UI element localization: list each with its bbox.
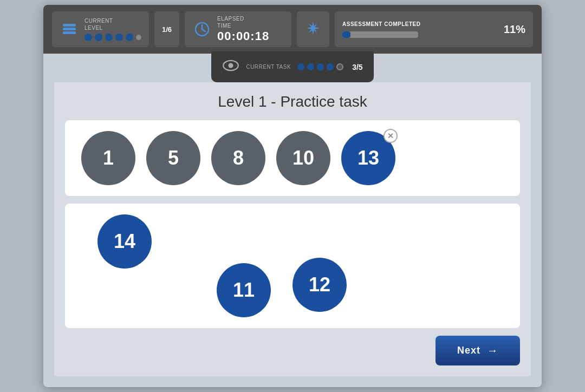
clock-icon — [192, 19, 212, 39]
assessment-progress-bar — [342, 31, 418, 38]
ans-circle-14[interactable]: 14 — [98, 214, 152, 269]
task-dot-5 — [336, 63, 343, 70]
current-level-section: CURRENT LEVEL — [52, 11, 149, 47]
next-button-label: Next — [457, 345, 480, 356]
app-container: CURRENT LEVEL 1/6 — [43, 5, 542, 387]
level-dot-3 — [105, 34, 113, 41]
task-count: 3/5 — [352, 63, 362, 71]
seq-circle-1[interactable]: 1 — [81, 131, 135, 185]
ans-circle-11[interactable]: 11 — [217, 263, 271, 317]
page-title: Level 1 - Practice task — [65, 93, 520, 110]
layers-icon — [60, 19, 79, 39]
seq-num-1: 1 — [103, 147, 114, 169]
ans-num-14: 14 — [114, 230, 135, 253]
seq-circle-2[interactable]: 5 — [146, 131, 200, 185]
seq-num-2: 5 — [168, 147, 179, 169]
ans-num-11: 11 — [233, 279, 255, 302]
ans-circle-12[interactable]: 12 — [292, 258, 347, 312]
seq-circle-4[interactable]: 10 — [276, 131, 330, 185]
current-level-label: CURRENT LEVEL — [84, 17, 141, 31]
assessment-progress-fill — [342, 31, 350, 38]
task-bar-inner: CURRENT TASK 3/5 — [211, 51, 373, 82]
task-dot-1 — [297, 63, 304, 70]
task-count-value: 1/6 — [162, 25, 172, 34]
level-dot-6 — [136, 35, 141, 40]
next-button-row: Next → — [65, 336, 520, 365]
level-dot-5 — [126, 34, 133, 41]
task-dot-4 — [327, 63, 334, 70]
sequence-box: 1 5 8 10 13 ✕ — [65, 120, 520, 196]
main-content: Level 1 - Practice task 1 5 8 10 13 ✕ 1 — [54, 82, 531, 376]
seq-num-4: 10 — [292, 147, 314, 169]
elapsed-label: ELAPSED TIME — [217, 15, 269, 29]
assessment-label: ASSESSMENT COMPLETED — [342, 21, 494, 27]
level-dot-4 — [115, 34, 123, 41]
seq-num-5: 13 — [358, 147, 379, 169]
level-dot-2 — [95, 34, 102, 41]
sparkle-icon — [304, 19, 322, 39]
next-arrow-icon: → — [487, 344, 498, 357]
task-bar: CURRENT TASK 3/5 — [43, 51, 542, 82]
task-dot-3 — [317, 63, 324, 70]
level-dots — [84, 34, 141, 41]
seq-num-3: 8 — [233, 147, 244, 169]
answer-box: 14 11 12 — [65, 204, 520, 328]
seq-circle-5[interactable]: 13 ✕ — [341, 131, 395, 185]
task-bar-label: CURRENT TASK — [246, 63, 291, 70]
svg-rect-0 — [63, 24, 76, 27]
assessment-section: ASSESSMENT COMPLETED 11% — [335, 11, 533, 47]
eye-icon — [222, 57, 239, 77]
selected-badge: ✕ — [384, 129, 398, 143]
top-bar: CURRENT LEVEL 1/6 — [43, 5, 542, 54]
elapsed-timer: 00:00:18 — [217, 29, 269, 43]
task-dot-2 — [307, 63, 314, 70]
level-dot-1 — [84, 34, 92, 41]
svg-point-7 — [229, 63, 233, 68]
assessment-percent: 11% — [504, 23, 525, 36]
task-dots — [297, 63, 343, 70]
seq-circle-3[interactable]: 8 — [211, 131, 265, 185]
svg-line-5 — [202, 29, 205, 31]
sparkle-section — [297, 11, 329, 47]
elapsed-time-section: ELAPSED TIME 00:00:18 — [185, 11, 291, 47]
svg-rect-2 — [63, 31, 76, 34]
ans-num-12: 12 — [309, 273, 330, 296]
next-button[interactable]: Next → — [435, 336, 520, 365]
svg-rect-1 — [63, 28, 76, 30]
task-count-section: 1/6 — [154, 11, 179, 47]
